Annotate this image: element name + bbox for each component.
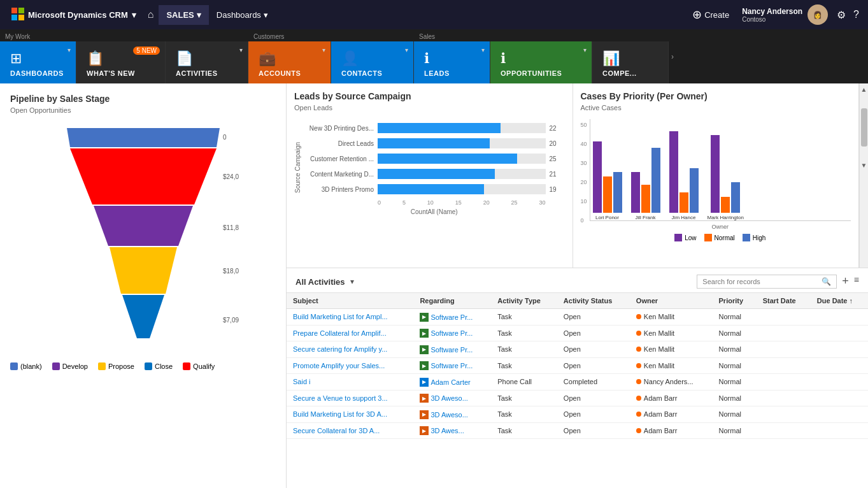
cell-start — [757, 422, 811, 439]
regarding-link[interactable]: Software Pr... — [430, 329, 473, 337]
owner-dot — [636, 412, 641, 417]
menu-item-leads[interactable]: ℹ LEADS ▾ — [414, 41, 490, 83]
menu-item-dashboards[interactable]: ⊞ DASHBOARDS ▾ — [0, 41, 76, 83]
y-tick-50: 50 — [581, 122, 587, 128]
owner-dot — [636, 347, 641, 352]
regarding-link[interactable]: Adam Carter — [430, 378, 470, 386]
cell-owner: Ken Mallit — [630, 357, 713, 374]
app-brand[interactable]: Microsoft Dynamics CRM ▾ — [5, 8, 143, 22]
scroll-down-arrow[interactable]: ▼ — [858, 159, 868, 171]
cell-due — [811, 341, 868, 358]
cell-start — [757, 374, 811, 391]
col-due-date[interactable]: Due Date ↑ — [811, 293, 868, 309]
y-tick-30: 30 — [581, 160, 587, 166]
hbar-value-1: 22 — [550, 125, 565, 132]
cell-type: Task — [491, 357, 557, 374]
regarding-link[interactable]: Software Pr... — [430, 362, 473, 370]
subject-link[interactable]: Secure catering for Amplify y... — [293, 345, 387, 353]
activities-body: Build Marketing List for Ampl... ▶ Softw… — [287, 309, 868, 439]
funnel-svg: 0 $24,070,000.00 $11,830,000.00 $18,030,… — [48, 122, 239, 357]
col-status[interactable]: Activity Status — [557, 293, 630, 309]
cases-subtitle: Active Cases — [581, 104, 851, 111]
cases-title: Cases By Priority (Per Owner) — [581, 91, 851, 101]
regarding-link[interactable]: Software Pr... — [430, 346, 473, 354]
subject-link[interactable]: Build Marketing List for Ampl... — [293, 313, 388, 320]
regarding-cell: ▶ Software Pr... — [420, 361, 473, 370]
hbar-value-3: 25 — [550, 155, 565, 162]
regarding-cell: ▶ Software Pr... — [420, 345, 473, 354]
col-owner[interactable]: Owner — [630, 293, 713, 309]
scroll-up-arrow[interactable]: ▲ — [858, 83, 868, 96]
menu-item-compete[interactable]: 📊 COMPE... — [592, 41, 669, 83]
owner-dot — [636, 363, 641, 368]
menu-item-activities[interactable]: 📄 ACTIVITIES ▾ — [166, 41, 248, 83]
sales-section-label: Sales — [414, 29, 490, 41]
user-name: Nancy Anderson — [742, 7, 802, 16]
y-tick-40: 40 — [581, 141, 587, 147]
home-button[interactable]: ⌂ — [143, 9, 159, 20]
legend-high-color — [743, 234, 750, 241]
add-activity-button[interactable]: + — [842, 275, 849, 289]
bar-jill-normal — [641, 185, 650, 213]
menu-item-opportunities[interactable]: ℹ OPPORTUNITIES ▾ — [490, 41, 592, 83]
table-row: Build Marketing List for 3D A... ▶ 3D Aw… — [287, 406, 868, 423]
accounts-arrow: ▾ — [322, 47, 325, 54]
menu-item-whats-new[interactable]: 5 NEW 📋 WHAT'S NEW — [76, 41, 166, 83]
bar-mark-normal — [721, 197, 730, 213]
search-input[interactable] — [702, 278, 822, 285]
help-icon[interactable]: ? — [850, 9, 863, 20]
cell-priority: Normal — [713, 422, 757, 439]
cell-owner: Nancy Anders... — [630, 374, 713, 391]
bar-group-lori: Lori Ponor — [593, 141, 622, 220]
activities-section: All Activities ▾ 🔍 + ≡ Subject — [287, 268, 868, 488]
col-start-date[interactable]: Start Date — [757, 293, 811, 309]
cell-priority: Normal — [713, 309, 757, 326]
regarding-link[interactable]: 3D Aweso... — [430, 411, 468, 419]
view-toggle-button[interactable]: ≡ — [854, 275, 859, 289]
regarding-link[interactable]: 3D Awes... — [430, 427, 464, 434]
reg-icon: ▶ — [420, 345, 429, 354]
hbar-label-1: New 3D Printing Des... — [304, 125, 374, 132]
create-button[interactable]: ⊕ Create — [685, 8, 737, 22]
hbar-track-3 — [378, 154, 546, 164]
sales-menu-button[interactable]: SALES ▾ — [159, 5, 208, 25]
subject-link[interactable]: Secure a Venue to support 3... — [293, 394, 388, 402]
hbar-fill-1 — [378, 123, 501, 133]
col-priority[interactable]: Priority — [713, 293, 757, 309]
subject-link[interactable]: Build Marketing List for 3D A... — [293, 410, 387, 418]
col-subject[interactable]: Subject — [287, 293, 413, 309]
accounts-icon: 💼 — [259, 50, 276, 67]
activities-dropdown[interactable]: ▾ — [350, 277, 354, 286]
charts-row: Leads by Source Campaign Open Leads Sour… — [287, 83, 868, 268]
cell-type: Phone Call — [491, 374, 557, 391]
subject-link[interactable]: Secure Collateral for 3D A... — [293, 427, 380, 434]
subject-link[interactable]: Said i — [293, 378, 311, 385]
right-scrollbar: ▲ ▼ — [859, 83, 868, 268]
dashboards-menu-button[interactable]: Dashboards ▾ — [209, 5, 276, 25]
menu-item-accounts[interactable]: 💼 ACCOUNTS ▾ — [248, 41, 331, 83]
legend-propose: Propose — [98, 362, 134, 370]
col-activity-type[interactable]: Activity Type — [491, 293, 557, 309]
legend-normal-color — [704, 234, 712, 241]
table-row: Prepare Collateral for Amplif... ▶ Softw… — [287, 325, 868, 341]
top-navigation: Microsoft Dynamics CRM ▾ ⌂ SALES ▾ Dashb… — [0, 0, 868, 29]
settings-icon[interactable]: ⚙ — [833, 9, 850, 21]
regarding-link[interactable]: Software Pr... — [430, 313, 473, 321]
subject-link[interactable]: Promote Amplify your Sales... — [293, 362, 385, 370]
menu-item-contacts[interactable]: 👤 CONTACTS ▾ — [331, 41, 414, 83]
col-regarding[interactable]: Regarding — [413, 293, 491, 309]
cell-regarding: ▶ Software Pr... — [413, 309, 491, 326]
user-profile[interactable]: Nancy Anderson Contoso 👩 — [737, 4, 833, 25]
hbar-row-1: New 3D Printing Des... 22 — [304, 123, 565, 133]
legend-normal-label: Normal — [715, 234, 735, 241]
regarding-link[interactable]: 3D Aweso... — [430, 394, 468, 402]
cell-type: Task — [491, 341, 557, 358]
menu-more-button[interactable]: › — [669, 29, 676, 83]
leads-xaxis: 0 5 10 15 20 25 30 — [378, 199, 565, 206]
reg-icon: ▶ — [420, 394, 429, 403]
subject-link[interactable]: Prepare Collateral for Amplif... — [293, 329, 387, 337]
regarding-cell: ▶ 3D Awes... — [420, 426, 464, 435]
scroll-thumb[interactable] — [861, 108, 867, 147]
activities-arrow: ▾ — [239, 47, 243, 54]
menu-bar: My Work ⊞ DASHBOARDS ▾ . 5 NEW 📋 WHAT'S … — [0, 29, 868, 83]
